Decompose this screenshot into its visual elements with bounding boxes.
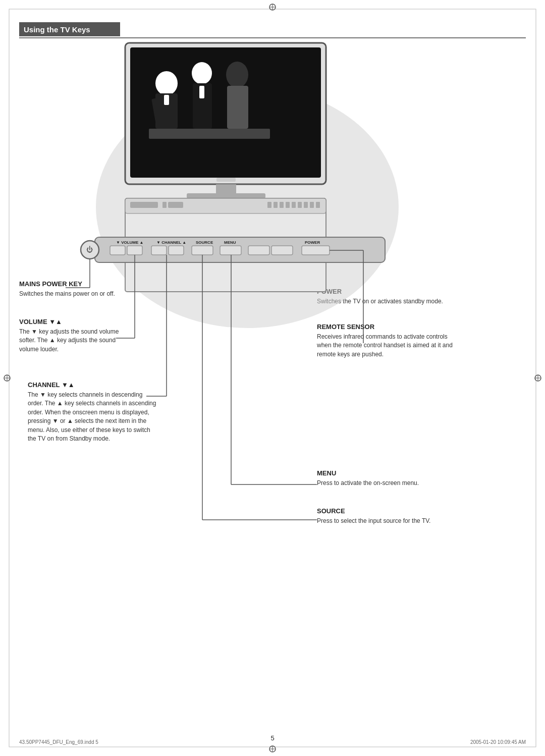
svg-text:SOURCE: SOURCE — [196, 240, 213, 245]
svg-rect-21 — [155, 93, 178, 129]
svg-rect-28 — [164, 95, 169, 105]
remote-sensor-desc: Receives infrared commands to activate c… — [317, 333, 453, 359]
svg-rect-17 — [130, 47, 321, 178]
svg-rect-48 — [127, 246, 142, 255]
svg-rect-34 — [162, 202, 167, 208]
svg-text:MENU: MENU — [224, 240, 236, 245]
svg-rect-59 — [302, 246, 330, 255]
footer-right: 2005-01-20 10:09:45 AM — [470, 739, 526, 745]
svg-rect-27 — [149, 129, 270, 139]
svg-rect-36 — [267, 202, 271, 208]
channel-section: CHANNEL ▼▲ The ▼ key selects channels in… — [28, 381, 159, 443]
svg-rect-29 — [199, 86, 204, 98]
remote-sensor-section: REMOTE SENSOR Receives infrared commands… — [317, 323, 453, 359]
source-section: SOURCE Press to select the input source … — [317, 507, 448, 525]
svg-rect-56 — [248, 246, 269, 255]
remote-sensor-title: REMOTE SENSOR — [317, 323, 453, 331]
svg-text:▼ VOLUME ▲: ▼ VOLUME ▲ — [116, 240, 144, 245]
svg-rect-57 — [271, 246, 293, 255]
volume-desc: The ▼ key adjusts the sound volume softe… — [19, 328, 135, 354]
volume-title: VOLUME ▼▲ — [19, 318, 135, 326]
svg-rect-40 — [292, 202, 296, 208]
svg-rect-16 — [125, 43, 326, 184]
volume-section: VOLUME ▼▲ The ▼ key adjusts the sound vo… — [19, 318, 135, 354]
mains-power-key-section: MAINS POWER KEY Switches the mains power… — [19, 280, 120, 298]
svg-rect-41 — [298, 202, 302, 208]
svg-rect-44 — [316, 202, 320, 208]
svg-rect-32 — [125, 198, 326, 213]
source-desc: Press to select the input source for the… — [317, 517, 448, 525]
svg-rect-22 — [151, 98, 164, 124]
source-title: SOURCE — [317, 507, 448, 515]
power-desc: Switches the TV on or activates standby … — [317, 297, 443, 306]
svg-rect-53 — [192, 246, 213, 255]
svg-point-25 — [226, 62, 248, 88]
svg-point-23 — [192, 62, 212, 84]
svg-rect-31 — [125, 198, 326, 292]
svg-rect-24 — [193, 83, 212, 129]
svg-rect-38 — [280, 202, 284, 208]
svg-point-7 — [4, 375, 10, 381]
svg-rect-55 — [220, 246, 241, 255]
svg-rect-42 — [304, 202, 308, 208]
svg-rect-50 — [151, 246, 167, 255]
svg-rect-43 — [310, 202, 314, 208]
channel-desc: The ▼ key selects channels in descending… — [28, 391, 159, 443]
svg-rect-39 — [286, 202, 290, 208]
footer-left: 43.50PP7445_DFU_Eng_69.indd 5 — [19, 739, 98, 745]
svg-point-10 — [535, 375, 541, 381]
svg-point-4 — [269, 746, 276, 752]
svg-rect-33 — [130, 202, 158, 208]
svg-rect-30 — [216, 178, 236, 182]
svg-rect-47 — [110, 246, 125, 255]
power-section: POWER Switches the TV on or activates st… — [317, 288, 443, 306]
svg-rect-18 — [216, 184, 236, 194]
svg-rect-26 — [227, 86, 248, 129]
svg-text:▼ CHANNEL ▲: ▼ CHANNEL ▲ — [156, 240, 186, 245]
svg-text:⏻: ⏻ — [86, 246, 93, 253]
svg-rect-19 — [187, 193, 265, 198]
svg-text:POWER: POWER — [305, 240, 320, 245]
menu-title: MENU — [317, 469, 448, 477]
mains-power-key-desc: Switches the mains power on or off. — [19, 290, 120, 298]
section-title: Using the TV Keys — [24, 25, 90, 34]
svg-rect-51 — [169, 246, 184, 255]
svg-point-60 — [81, 241, 99, 259]
svg-rect-37 — [274, 202, 278, 208]
power-title: POWER — [317, 288, 443, 295]
svg-rect-45 — [95, 237, 385, 262]
svg-point-1 — [269, 4, 276, 10]
page-number: 5 — [270, 734, 274, 742]
menu-desc: Press to activate the on-screen menu. — [317, 479, 448, 488]
mains-power-key-title: MAINS POWER KEY — [19, 280, 120, 288]
channel-title: CHANNEL ▼▲ — [28, 381, 159, 389]
svg-rect-0 — [9, 9, 536, 747]
menu-section: MENU Press to activate the on-screen men… — [317, 469, 448, 488]
svg-rect-35 — [168, 202, 183, 208]
svg-point-20 — [155, 71, 178, 95]
